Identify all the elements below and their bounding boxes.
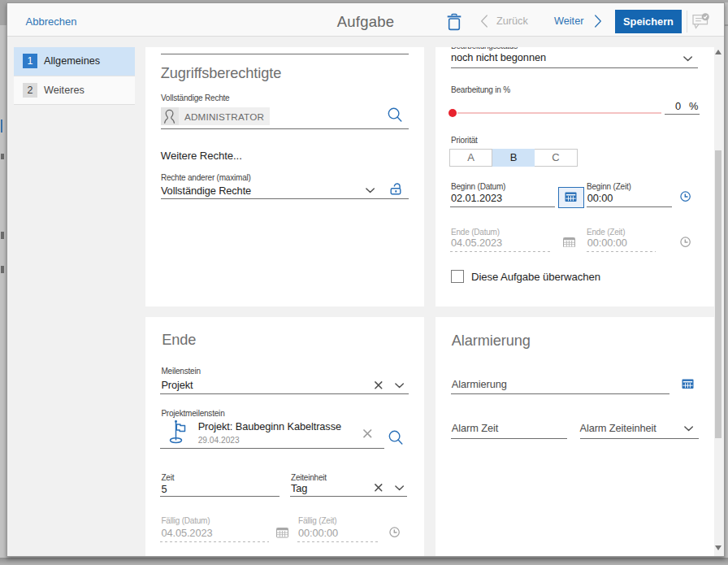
backdrop-text-fragment [1,266,4,273]
chevron-down-icon[interactable] [683,56,693,62]
field-label-disabled: Ende (Zeit) [587,228,625,237]
clock-icon[interactable] [680,191,691,202]
card-alarmierung: Alarmierung Alarmierung Alarm Zeit Alarm… [436,317,714,556]
field-underline [587,206,672,207]
toolbar-divider [687,11,687,33]
milestone-dropdown-value[interactable]: Projekt [161,379,193,391]
field-label: Beginn (Datum) [451,182,505,191]
save-button[interactable]: Speichern [615,10,682,34]
step-number-badge: 2 [23,83,37,98]
backdrop-left-band [0,0,6,25]
project-milestone-date: 29.04.2023 [198,436,240,445]
card-bearbeitungsstatus: Bearbeitungsstatus noch nicht begonnen B… [436,47,714,306]
next-button[interactable]: Weiter [554,15,583,27]
more-rights-link[interactable]: Weitere Rechte... [161,150,242,162]
field-underline [665,114,700,115]
field-label: Vollständige Rechte [161,93,230,102]
monitor-checkbox[interactable] [451,270,464,283]
calendar-icon[interactable] [682,379,694,389]
rights-dropdown-value[interactable]: Vollständige Rechte [161,185,251,197]
field-underline-dashed [587,251,656,252]
field-underline [160,393,409,394]
field-underline-dashed [160,541,269,542]
field-underline [161,198,410,199]
field-underline [290,496,407,497]
end-time-value: 00:00:00 [587,237,627,249]
due-date-value: 04.05.2023 [161,527,212,539]
back-button[interactable]: Zurück [496,15,528,27]
time-value[interactable]: 5 [161,483,167,495]
field-label: Zeiteinheit [291,473,327,482]
chevron-down-icon[interactable] [395,485,405,491]
slider-handle[interactable] [448,109,457,117]
progress-value[interactable]: 0 [655,100,682,112]
monitor-checkbox-label: Diese Aufgabe überwachen [471,271,600,283]
calendar-button-active[interactable] [558,187,584,208]
search-icon[interactable] [388,429,404,446]
field-label: Rechte anderer (maximal) [161,173,251,182]
clear-icon[interactable] [375,484,383,492]
field-label-disabled: Ende (Datum) [451,228,500,237]
field-label: Meilenstein [161,367,200,376]
search-icon[interactable] [387,106,403,124]
progress-unit: % [689,100,698,112]
scroll-up-arrow-icon[interactable] [715,50,722,54]
clear-icon[interactable] [375,381,383,389]
field-label-disabled: Fällig (Zeit) [298,516,336,525]
field-underline [451,393,670,394]
calendar-icon [563,237,575,248]
chevron-left-icon [480,15,488,28]
field-underline [450,206,555,207]
task-dialog: Abbrechen Aufgabe Zurück Weiter Speicher… [6,2,725,557]
user-chip-label: ADMINISTRATOR [179,107,270,125]
field-label: Projektmeilenstein [161,409,224,418]
vertical-scrollbar[interactable] [714,37,725,556]
chevron-right-icon [594,15,602,28]
step-number-badge: 1 [23,54,37,68]
alarm-field[interactable]: Alarmierung [452,378,507,390]
priority-option-a[interactable]: A [449,149,492,167]
field-underline [580,438,699,439]
clear-icon[interactable] [363,429,372,438]
milestone-flag-icon [169,418,188,444]
field-underline [161,128,410,129]
user-chip[interactable]: ADMINISTRATOR [161,107,270,125]
chevron-down-icon[interactable] [366,188,375,193]
field-label: Priorität [451,136,478,145]
field-underline [451,67,699,68]
sidebar-item-allgemeines[interactable]: 1 Allgemeines [14,47,135,76]
scrollbar-thumb[interactable] [715,150,722,438]
person-icon [161,107,179,125]
alarm-unit-dropdown[interactable]: Alarm Zeiteinheit [580,422,656,434]
chevron-down-icon[interactable] [684,426,694,432]
calendar-icon [276,528,288,538]
field-label: Bearbeitung in % [451,85,510,94]
field-underline-dashed [297,541,379,542]
clock-icon [680,237,691,248]
alarm-time-field[interactable]: Alarm Zeit [452,422,498,434]
sidebar-item-weiteres[interactable]: 2 Weiteres [14,76,135,104]
status-dropdown-value[interactable]: noch nicht begonnen [451,51,546,63]
field-label-disabled: Fällig (Datum) [161,516,210,525]
delete-icon[interactable] [445,12,462,31]
lock-open-icon[interactable] [390,183,402,195]
section-heading: Ende [162,332,196,349]
backdrop-text-fragment [1,232,4,239]
priority-option-c[interactable]: C [535,149,578,167]
begin-time-value[interactable]: 00:00 [587,192,613,204]
feedback-comment-icon[interactable] [691,13,709,29]
backdrop-bottom-shadow [0,558,728,565]
field-underline-dashed [450,251,550,252]
begin-date-value[interactable]: 02.01.2023 [451,192,502,204]
clipped-field-underline [161,54,410,54]
project-milestone-value[interactable]: Projekt: Baubeginn Kabeltrasse [198,420,341,432]
slider-track[interactable] [457,112,661,115]
backdrop-blue-sliver [1,120,2,133]
field-label: Zeit [161,473,174,482]
unit-dropdown-value[interactable]: Tag [291,482,307,494]
card-zugriffsberechtigte: Zugriffsberechtigte Vollständige Rechte … [145,47,424,306]
priority-option-b[interactable]: B [492,149,535,167]
chevron-down-icon[interactable] [395,383,405,389]
scroll-down-arrow-icon[interactable] [715,545,722,550]
field-underline [451,438,567,439]
